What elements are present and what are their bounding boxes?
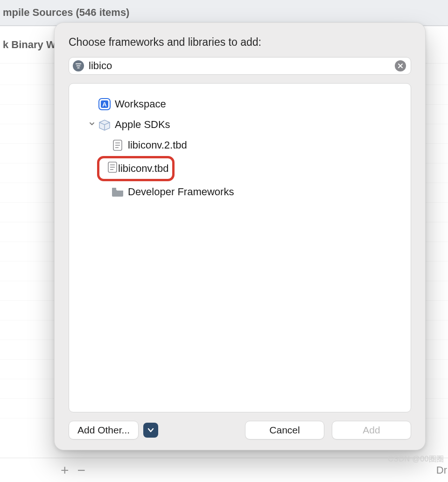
file-icon [107, 161, 118, 176]
folder-icon [110, 187, 125, 197]
sdk-box-icon [97, 119, 112, 131]
tree-item-apple-sdks[interactable]: Apple SDKs [76, 114, 404, 135]
clear-search-button[interactable] [395, 60, 406, 71]
framework-tree: A Workspace Apple SDKs [69, 83, 411, 412]
tree-item-libiconv-2-tbd[interactable]: libiconv.2.tbd [76, 135, 404, 156]
search-field-wrap[interactable] [69, 57, 411, 75]
add-row-button[interactable]: + [61, 462, 69, 478]
add-other-menu[interactable]: Add Other... [69, 421, 158, 439]
filter-icon [73, 60, 84, 71]
tree-item-label: libiconv.2.tbd [128, 139, 187, 151]
compile-sources-label: mpile Sources (546 items) [3, 7, 129, 19]
chevron-down-icon[interactable] [87, 120, 97, 129]
tree-item-label: libiconv.tbd [118, 163, 168, 175]
link-binary-label: k Binary W [3, 39, 56, 51]
footer-right-text: Dr [436, 464, 447, 476]
dialog-footer: Add Other... Cancel Add [69, 421, 411, 439]
tree-item-label: Workspace [115, 98, 166, 110]
add-button[interactable]: Add [332, 421, 411, 439]
search-input[interactable] [89, 60, 395, 72]
dialog-title: Choose frameworks and libraries to add: [69, 36, 411, 49]
tree-item-workspace[interactable]: A Workspace [76, 94, 404, 114]
tree-item-label: Apple SDKs [115, 119, 170, 131]
workspace-icon: A [97, 98, 112, 110]
add-frameworks-dialog: Choose frameworks and libraries to add: … [54, 22, 426, 450]
file-icon [110, 139, 125, 151]
cancel-button[interactable]: Cancel [245, 421, 324, 439]
tree-item-libiconv-tbd-highlighted[interactable]: libiconv.tbd [97, 156, 175, 181]
add-other-button[interactable]: Add Other... [69, 421, 139, 439]
tree-item-label: Developer Frameworks [128, 186, 234, 198]
watermark: CSDN @00圈圈 [388, 454, 444, 464]
table-footer: + − Dr [0, 458, 448, 482]
svg-text:A: A [102, 101, 107, 108]
tree-item-developer-frameworks[interactable]: Developer Frameworks [76, 182, 404, 202]
add-other-dropdown-icon[interactable] [143, 423, 158, 438]
svg-rect-18 [112, 188, 116, 190]
remove-row-button[interactable]: − [77, 462, 86, 478]
